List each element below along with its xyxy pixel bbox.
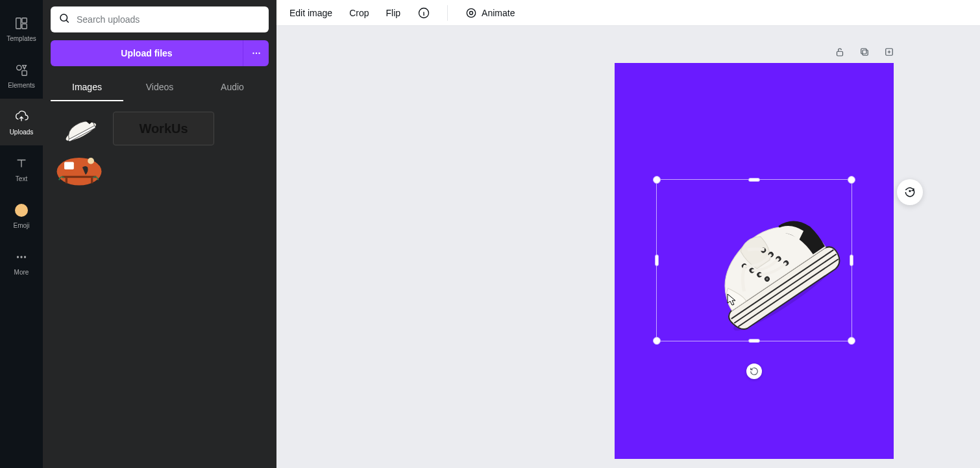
rail-uploads[interactable]: Uploads: [0, 99, 43, 145]
animate-button[interactable]: Animate: [465, 6, 515, 19]
svg-point-22: [470, 11, 473, 14]
svg-point-9: [252, 53, 254, 54]
rail-more-label: More: [14, 269, 29, 276]
svg-point-5: [17, 256, 19, 258]
toolbar-separator: [447, 5, 448, 21]
rail-templates[interactable]: Templates: [0, 5, 43, 52]
lock-page-button[interactable]: [832, 44, 848, 60]
emoji-icon: [14, 203, 29, 218]
crop-button[interactable]: Crop: [349, 8, 369, 18]
tab-images[interactable]: Images: [51, 75, 123, 101]
svg-point-14: [57, 158, 102, 186]
selection-box: [656, 179, 852, 341]
svg-rect-23: [837, 51, 843, 56]
svg-point-7: [24, 256, 26, 258]
uploads-icon: [14, 109, 29, 125]
svg-rect-0: [16, 18, 21, 29]
search-bar[interactable]: [51, 6, 269, 32]
workspace: Edit image Crop Flip Animate: [276, 0, 980, 468]
rail-templates-label: Templates: [6, 35, 36, 42]
upload-thumbnails: WorkUs: [51, 112, 269, 188]
svg-point-10: [255, 53, 256, 54]
upload-more-button[interactable]: [243, 40, 269, 66]
duplicate-page-button[interactable]: [857, 44, 872, 60]
rail-text-label: Text: [16, 175, 27, 182]
resize-handle-e[interactable]: [850, 254, 853, 266]
quick-actions-button[interactable]: [897, 179, 923, 205]
rail-elements[interactable]: Elements: [0, 52, 43, 99]
edit-image-button[interactable]: Edit image: [289, 8, 332, 18]
rail-emoji-label: Emoji: [13, 222, 29, 229]
rail-elements-label: Elements: [8, 82, 35, 89]
svg-rect-25: [861, 49, 866, 54]
svg-point-6: [20, 256, 22, 258]
text-icon: [14, 156, 29, 171]
page-controls: [832, 44, 897, 60]
left-rail: Templates Elements Uploads Text Emoji Mo…: [0, 0, 43, 468]
svg-point-8: [60, 14, 67, 21]
thumb-desk-illustration[interactable]: [51, 151, 108, 188]
flip-button[interactable]: Flip: [386, 8, 401, 18]
more-icon: [14, 249, 29, 265]
rail-text[interactable]: Text: [0, 145, 43, 192]
svg-point-16: [88, 158, 94, 164]
svg-point-21: [467, 8, 475, 17]
tab-videos[interactable]: Videos: [123, 75, 196, 101]
svg-rect-24: [863, 50, 868, 55]
resize-handle-sw[interactable]: [653, 337, 661, 345]
rail-emoji[interactable]: Emoji: [0, 192, 43, 239]
thumb-shoe[interactable]: [51, 112, 108, 145]
info-button[interactable]: [417, 6, 430, 19]
svg-rect-15: [64, 162, 74, 169]
animate-label: Animate: [482, 8, 515, 18]
tab-audio[interactable]: Audio: [196, 75, 269, 101]
svg-point-3: [17, 65, 21, 69]
elements-icon: [14, 62, 29, 78]
svg-rect-19: [91, 178, 93, 183]
resize-handle-s[interactable]: [748, 339, 760, 343]
svg-point-11: [258, 53, 260, 54]
uploads-panel: Upload files Images Videos Audio WorkUs: [43, 0, 276, 468]
context-toolbar: Edit image Crop Flip Animate: [276, 0, 980, 26]
add-page-button[interactable]: [881, 44, 897, 60]
search-icon: [58, 12, 70, 27]
rail-more[interactable]: More: [0, 239, 43, 286]
resize-handle-w[interactable]: [655, 254, 659, 266]
svg-rect-18: [66, 178, 67, 183]
resize-handle-se[interactable]: [848, 337, 855, 345]
thumb-workus-text: WorkUs: [139, 121, 188, 136]
svg-rect-4: [22, 70, 27, 75]
rail-uploads-label: Uploads: [10, 129, 34, 136]
canvas-area[interactable]: [276, 26, 980, 468]
search-input[interactable]: [77, 14, 261, 25]
svg-rect-17: [62, 176, 96, 178]
uploads-tabs: Images Videos Audio: [51, 75, 269, 101]
svg-rect-1: [22, 18, 27, 22]
rotate-handle[interactable]: [746, 363, 762, 379]
resize-handle-n[interactable]: [748, 178, 760, 182]
resize-handle-nw[interactable]: [653, 176, 661, 184]
resize-handle-ne[interactable]: [848, 176, 855, 184]
thumb-workus[interactable]: WorkUs: [113, 112, 214, 145]
upload-files-button[interactable]: Upload files: [51, 40, 243, 66]
svg-rect-2: [22, 23, 27, 28]
templates-icon: [14, 16, 29, 31]
